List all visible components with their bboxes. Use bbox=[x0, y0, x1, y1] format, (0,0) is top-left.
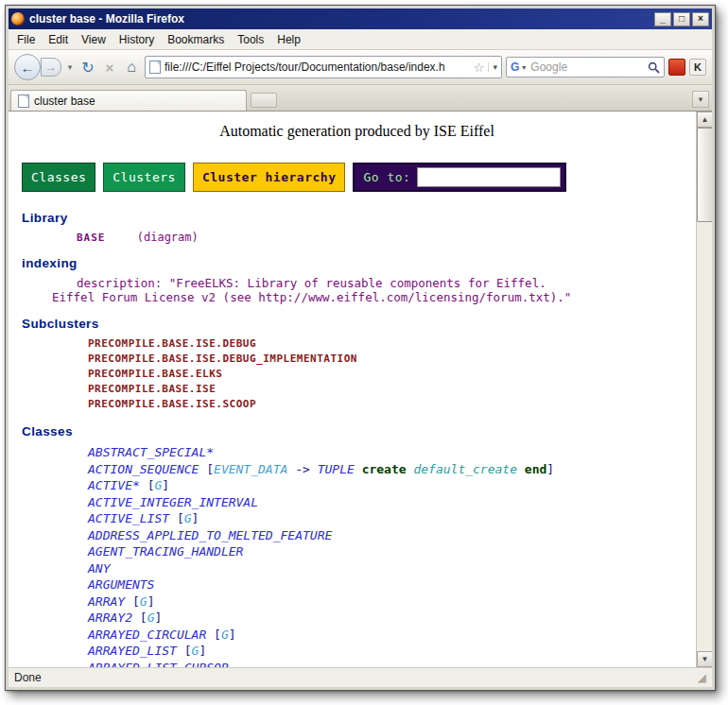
class-link[interactable]: ANY bbox=[88, 560, 696, 577]
class-link[interactable]: ACTIVE_INTEGER_INTERVAL bbox=[88, 494, 696, 511]
class-link[interactable]: ACTION_SEQUENCE [EVENT_DATA -> TUPLE cre… bbox=[88, 461, 696, 478]
navigation-toolbar: ← → ▾ ↻ × ⌂ file:///C:/Eiffel Projects/t… bbox=[9, 50, 712, 85]
vertical-scrollbar[interactable]: ▲ ▼ bbox=[696, 112, 712, 667]
menu-item-history[interactable]: History bbox=[113, 31, 161, 48]
subcluster-link[interactable]: PRECOMPILE.BASE.ISE.DEBUG_IMPLEMENTATION bbox=[88, 352, 696, 367]
search-input[interactable] bbox=[529, 60, 645, 75]
class-link[interactable]: ARRAYED_LIST [G] bbox=[88, 643, 696, 660]
menu-item-help[interactable]: Help bbox=[270, 31, 307, 48]
indexing-heading: indexing bbox=[22, 256, 696, 270]
subclusters-heading: Subclusters bbox=[22, 317, 696, 331]
tab-page-icon bbox=[18, 95, 29, 108]
menu-item-view[interactable]: View bbox=[75, 31, 113, 48]
menu-item-file[interactable]: File bbox=[10, 31, 42, 48]
window-title: cluster base - Mozilla Firefox bbox=[29, 12, 650, 26]
class-link[interactable]: ARGUMENTS bbox=[88, 576, 696, 593]
subcluster-link[interactable]: PRECOMPILE.BASE.ISE.SCOOP bbox=[88, 397, 696, 412]
class-link[interactable]: ARRAY2 [G] bbox=[88, 610, 696, 627]
class-link[interactable]: AGENT_TRACING_HANDLER bbox=[88, 543, 696, 560]
list-all-tabs-button[interactable]: ▾ bbox=[692, 91, 709, 108]
subcluster-link[interactable]: PRECOMPILE.BASE.ISE bbox=[88, 382, 696, 397]
tab-label: cluster base bbox=[34, 95, 95, 108]
subcluster-link[interactable]: PRECOMPILE.BASE.ISE.DEBUG bbox=[88, 336, 696, 352]
classes-button[interactable]: Classes bbox=[22, 163, 95, 192]
firefox-logo-icon bbox=[11, 12, 25, 26]
search-bar[interactable]: G ▾ bbox=[506, 57, 665, 77]
forward-button[interactable]: → bbox=[41, 58, 61, 77]
bookmark-star-icon[interactable]: ☆ bbox=[474, 60, 485, 75]
class-link[interactable]: ACTIVE_LIST [G] bbox=[88, 510, 696, 527]
close-button[interactable]: × bbox=[692, 12, 709, 26]
google-engine-icon[interactable]: G bbox=[511, 60, 519, 74]
browser-content: Automatic generation produced by ISE Eif… bbox=[9, 111, 712, 667]
menu-bar: FileEditViewHistoryBookmarksToolsHelp bbox=[9, 29, 712, 50]
clusters-button[interactable]: Clusters bbox=[103, 163, 185, 192]
menu-item-edit[interactable]: Edit bbox=[42, 31, 75, 48]
menu-item-tools[interactable]: Tools bbox=[231, 31, 270, 48]
document-page: Automatic generation produced by ISE Eif… bbox=[9, 112, 696, 667]
window-controls: _ □ × bbox=[654, 12, 709, 26]
goto-input[interactable] bbox=[417, 167, 561, 187]
subcluster-link[interactable]: PRECOMPILE.BASE.ELKS bbox=[88, 367, 696, 382]
address-dropdown-icon[interactable]: ▾ bbox=[488, 62, 497, 72]
cluster-hierarchy-button[interactable]: Cluster hierarchy bbox=[193, 163, 346, 192]
library-diagram-link[interactable]: (diagram) bbox=[137, 231, 199, 244]
refresh-icon[interactable]: ↻ bbox=[78, 59, 97, 77]
search-icon[interactable] bbox=[648, 61, 660, 74]
library-base-link[interactable]: BASE bbox=[77, 232, 106, 244]
class-link[interactable]: ABSTRACT_SPECIAL* bbox=[88, 444, 696, 461]
tab-cluster-base[interactable]: cluster base bbox=[10, 90, 247, 111]
tab-strip: cluster base ▾ bbox=[9, 85, 712, 111]
status-text: Done bbox=[14, 671, 698, 684]
goto-label: Go to: bbox=[363, 170, 410, 184]
class-link[interactable]: ARRAYED_CIRCULAR [G] bbox=[88, 627, 696, 644]
search-engine-dropdown-icon[interactable]: ▾ bbox=[522, 63, 526, 72]
address-input[interactable]: file:///C:/Eiffel Projects/tour/Document… bbox=[165, 60, 470, 74]
class-link[interactable]: ADDRESS_APPLIED_TO_MELTED_FEATURE bbox=[88, 527, 696, 544]
class-link[interactable]: ARRAYED_LIST_CURSOR bbox=[88, 660, 696, 668]
status-bar: Done ◢ bbox=[9, 667, 712, 687]
minimize-button[interactable]: _ bbox=[654, 12, 671, 26]
classes-heading: Classes bbox=[22, 424, 696, 438]
stop-icon[interactable]: × bbox=[101, 60, 118, 76]
indexing-description-line1: description: "FreeELKS: Library of reusa… bbox=[77, 276, 696, 290]
goto-group: Go to: bbox=[353, 163, 566, 192]
maximize-button[interactable]: □ bbox=[673, 12, 690, 26]
classes-list: ABSTRACT_SPECIAL*ACTION_SEQUENCE [EVENT_… bbox=[18, 444, 696, 667]
back-button[interactable]: ← bbox=[14, 54, 41, 80]
library-line: BASE (diagram) bbox=[77, 231, 696, 244]
title-bar[interactable]: cluster base - Mozilla Firefox _ □ × bbox=[9, 9, 712, 29]
class-link[interactable]: ARRAY [G] bbox=[88, 593, 696, 610]
scrollbar-thumb[interactable] bbox=[697, 128, 712, 222]
resize-grip[interactable]: ◢ bbox=[698, 671, 706, 684]
history-dropdown-icon[interactable]: ▾ bbox=[65, 62, 75, 72]
extension-red-icon[interactable] bbox=[668, 59, 685, 76]
indexing-description-line2: Eiffel Forum License v2 (see http://www.… bbox=[52, 290, 696, 304]
scroll-down-icon[interactable]: ▼ bbox=[697, 651, 712, 667]
tab-drag-space bbox=[251, 93, 277, 108]
menu-item-bookmarks[interactable]: Bookmarks bbox=[161, 31, 231, 48]
page-favicon-icon bbox=[149, 60, 161, 74]
page-header-text: Automatic generation produced by ISE Eif… bbox=[18, 123, 696, 140]
home-icon[interactable]: ⌂ bbox=[122, 59, 141, 76]
address-bar[interactable]: file:///C:/Eiffel Projects/tour/Document… bbox=[145, 56, 502, 78]
firefox-window: cluster base - Mozilla Firefox _ □ × Fil… bbox=[5, 5, 716, 691]
library-heading: Library bbox=[22, 211, 696, 225]
doc-nav-buttons: Classes Clusters Cluster hierarchy Go to… bbox=[22, 163, 696, 192]
subclusters-list: PRECOMPILE.BASE.ISE.DEBUGPRECOMPILE.BASE… bbox=[18, 336, 696, 412]
scroll-up-icon[interactable]: ▲ bbox=[697, 112, 712, 128]
class-link[interactable]: ACTIVE* [G] bbox=[88, 477, 696, 494]
extension-k-icon[interactable]: K bbox=[689, 59, 706, 76]
